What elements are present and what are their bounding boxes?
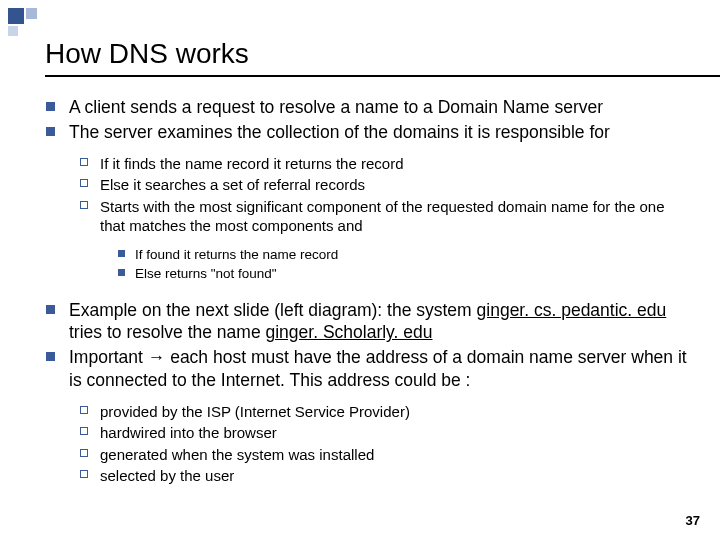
slide-content: A client sends a request to resolve a na… bbox=[40, 96, 690, 488]
square-bullet-icon bbox=[46, 352, 55, 361]
bullet-level2: selected by the user bbox=[80, 466, 690, 486]
bullet-text: Example on the next slide (left diagram)… bbox=[69, 299, 690, 345]
bullet-text: selected by the user bbox=[100, 466, 234, 486]
bullet-level2: Starts with the most significant compone… bbox=[80, 197, 690, 236]
hollow-bullet-icon bbox=[80, 201, 88, 209]
bullet-text: If found it returns the name record bbox=[135, 246, 338, 264]
corner-decoration bbox=[8, 8, 38, 38]
bullet-level2: hardwired into the browser bbox=[80, 423, 690, 443]
bullet-level3: If found it returns the name record bbox=[118, 246, 690, 264]
hollow-bullet-icon bbox=[80, 470, 88, 478]
text-part: Important bbox=[69, 347, 148, 367]
underlined-text: ginger. cs. pedantic. edu bbox=[477, 300, 667, 320]
bullet-text: The server examines the collection of th… bbox=[69, 121, 610, 144]
bullet-text: hardwired into the browser bbox=[100, 423, 277, 443]
small-square-bullet-icon bbox=[118, 269, 125, 276]
hollow-bullet-icon bbox=[80, 449, 88, 457]
page-number: 37 bbox=[686, 513, 700, 528]
bullet-level2: provided by the ISP (Internet Service Pr… bbox=[80, 402, 690, 422]
bullet-level1: Example on the next slide (left diagram)… bbox=[46, 299, 690, 345]
bullet-level3: Else returns "not found" bbox=[118, 265, 690, 283]
bullet-level2: Else it searches a set of referral recor… bbox=[80, 175, 690, 195]
small-square-bullet-icon bbox=[118, 250, 125, 257]
title-underline bbox=[45, 75, 720, 77]
bullet-text: Important → each host must have the addr… bbox=[69, 346, 690, 392]
bullet-text: If it finds the name record it returns t… bbox=[100, 154, 403, 174]
text-part: tries to resolve the name bbox=[69, 322, 265, 342]
bullet-level2: generated when the system was installed bbox=[80, 445, 690, 465]
bullet-level1: A client sends a request to resolve a na… bbox=[46, 96, 690, 119]
arrow-icon: → bbox=[148, 347, 166, 367]
hollow-bullet-icon bbox=[80, 406, 88, 414]
slide-title: How DNS works bbox=[45, 38, 249, 70]
bullet-text: A client sends a request to resolve a na… bbox=[69, 96, 603, 119]
underlined-text: ginger. Scholarly. edu bbox=[265, 322, 432, 342]
bullet-level2: If it finds the name record it returns t… bbox=[80, 154, 690, 174]
bullet-text: Else returns "not found" bbox=[135, 265, 277, 283]
square-bullet-icon bbox=[46, 127, 55, 136]
bullet-level1: Important → each host must have the addr… bbox=[46, 346, 690, 392]
hollow-bullet-icon bbox=[80, 179, 88, 187]
hollow-bullet-icon bbox=[80, 158, 88, 166]
bullet-level1: The server examines the collection of th… bbox=[46, 121, 690, 144]
hollow-bullet-icon bbox=[80, 427, 88, 435]
bullet-text: generated when the system was installed bbox=[100, 445, 374, 465]
square-bullet-icon bbox=[46, 305, 55, 314]
bullet-text: Else it searches a set of referral recor… bbox=[100, 175, 365, 195]
bullet-text: provided by the ISP (Internet Service Pr… bbox=[100, 402, 410, 422]
bullet-text: Starts with the most significant compone… bbox=[100, 197, 690, 236]
text-part: Example on the next slide (left diagram)… bbox=[69, 300, 477, 320]
square-bullet-icon bbox=[46, 102, 55, 111]
